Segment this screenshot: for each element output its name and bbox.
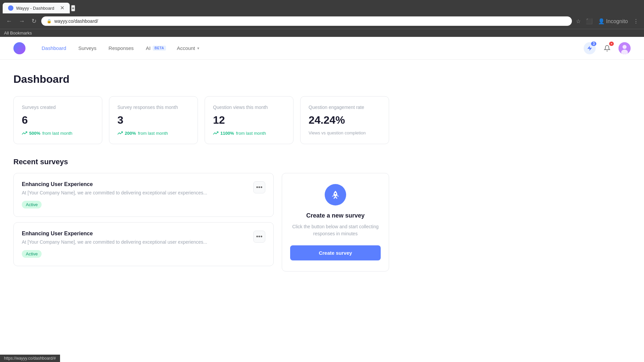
trend-up-icon-1 <box>22 130 27 136</box>
stat-card-surveys-created: Surveys created 6 500% from last month <box>13 96 102 144</box>
status-bar-url: https://wayyy.co/dashboard/# <box>4 356 56 361</box>
stat-change-text-3: from last month <box>236 131 266 136</box>
browser-nav: ← → ↻ 🔒 wayyy.co/dashboard/ ☆ ⬛ 👤 Incogn… <box>0 13 644 29</box>
new-tab-button[interactable]: + <box>71 5 75 11</box>
nav-surveys[interactable]: Surveys <box>73 43 102 54</box>
url-text: wayyy.co/dashboard/ <box>54 18 567 24</box>
stat-change-text-2: from last month <box>138 131 168 136</box>
avatar-image <box>619 42 631 54</box>
stat-change-pct-1: 500% <box>29 131 40 136</box>
extension-button[interactable]: ⬛ <box>585 17 594 26</box>
app: Dashboard Surveys Responses AI BETA Acco… <box>0 37 644 362</box>
lock-icon: 🔒 <box>47 19 52 23</box>
survey-name-2: Enhancing User Experience <box>22 231 253 237</box>
avatar[interactable] <box>619 42 631 54</box>
stat-change-pct-2: 200% <box>125 131 136 136</box>
survey-card-header-1: Enhancing User Experience At [Your Compa… <box>22 181 265 208</box>
create-panel-title: Create a new survey <box>306 212 365 219</box>
survey-more-button-1[interactable]: ••• <box>253 181 265 193</box>
stat-label-1: Surveys created <box>22 105 94 110</box>
create-survey-button[interactable]: Create survey <box>290 245 381 260</box>
survey-name-1: Enhancing User Experience <box>22 181 253 187</box>
stat-note-4: Views vs question completion <box>309 130 381 135</box>
stat-change-3: 1100% from last month <box>213 130 285 136</box>
logo[interactable] <box>13 42 25 54</box>
bookmarks-bar: All Bookmarks <box>0 29 644 37</box>
tab-close-button[interactable]: ✕ <box>60 5 64 11</box>
recent-surveys-title: Recent surveys <box>13 158 389 166</box>
stat-card-engagement: Question engagement rate 24.24% Views vs… <box>300 96 389 144</box>
create-survey-panel: Create a new survey Click the button bel… <box>282 173 389 272</box>
stat-change-pct-3: 1100% <box>220 131 234 136</box>
stats-grid: Surveys created 6 500% from last month S… <box>13 96 389 144</box>
survey-card-header-2: Enhancing User Experience At [Your Compa… <box>22 231 265 258</box>
survey-desc-2: At [Your Company Name], we are committed… <box>22 239 253 245</box>
survey-card-body-2: Enhancing User Experience At [Your Compa… <box>22 231 253 258</box>
nav-actions: ☆ ⬛ 👤 Incognito ⋮ <box>575 17 640 26</box>
survey-desc-1: At [Your Company Name], we are committed… <box>22 190 253 195</box>
stat-card-responses: Survey responses this month 3 200% from … <box>109 96 198 144</box>
create-panel-desc: Click the button below and start collect… <box>290 223 381 237</box>
rocket-icon <box>331 190 340 199</box>
surveys-layout: Enhancing User Experience At [Your Compa… <box>13 173 389 272</box>
trend-up-icon-2 <box>117 130 123 136</box>
nav-right: 3 • <box>584 42 631 54</box>
stat-change-text-1: from last month <box>42 131 72 136</box>
bell-icon <box>604 45 610 52</box>
tab-favicon <box>8 5 13 11</box>
survey-card-2: Enhancing User Experience At [Your Compa… <box>13 222 274 266</box>
survey-list: Enhancing User Experience At [Your Compa… <box>13 173 274 272</box>
stat-card-views: Question views this month 12 1100% from … <box>205 96 293 144</box>
bookmark-button[interactable]: ☆ <box>575 17 582 26</box>
stat-value-4: 24.24% <box>309 114 381 126</box>
back-button[interactable]: ← <box>4 16 14 26</box>
survey-status-1: Active <box>22 201 42 208</box>
nav-ai-label: AI <box>146 45 151 51</box>
address-bar[interactable]: 🔒 wayyy.co/dashboard/ <box>41 16 572 26</box>
nav-dashboard[interactable]: Dashboard <box>36 43 71 54</box>
main-content: Dashboard Surveys created 6 500% from la… <box>0 60 402 292</box>
bell-notification-badge: • <box>609 42 614 46</box>
bookmarks-label: All Bookmarks <box>4 31 32 36</box>
bell-icon-btn[interactable]: • <box>601 42 613 54</box>
profile-button[interactable]: 👤 Incognito <box>597 17 629 26</box>
stat-label-2: Survey responses this month <box>117 105 190 110</box>
active-tab[interactable]: Wayyy - Dashboard ✕ <box>3 3 70 13</box>
nav-count-badge: 3 <box>591 42 596 46</box>
tab-bar: Wayyy - Dashboard ✕ + <box>0 0 644 13</box>
stat-change-2: 200% from last month <box>117 130 190 136</box>
stat-change-1: 500% from last month <box>22 130 94 136</box>
trend-up-icon-3 <box>213 130 218 136</box>
navbar: Dashboard Surveys Responses AI BETA Acco… <box>0 37 644 60</box>
survey-card-body-1: Enhancing User Experience At [Your Compa… <box>22 181 253 208</box>
ai-beta-badge: BETA <box>153 46 166 51</box>
more-dots-icon-2: ••• <box>256 233 263 240</box>
reload-button[interactable]: ↻ <box>30 16 39 26</box>
lightning-icon <box>587 45 593 51</box>
rocket-icon-wrapper <box>325 184 346 205</box>
menu-button[interactable]: ⋮ <box>632 17 640 26</box>
stat-value-3: 12 <box>213 114 285 126</box>
browser-chrome: Wayyy - Dashboard ✕ + ← → ↻ 🔒 wayyy.co/d… <box>0 0 644 37</box>
survey-more-button-2[interactable]: ••• <box>253 231 265 243</box>
page-title: Dashboard <box>13 73 389 85</box>
nav-account-label: Account <box>177 45 195 51</box>
forward-button[interactable]: → <box>17 16 27 26</box>
survey-card-1: Enhancing User Experience At [Your Compa… <box>13 173 274 217</box>
stat-value-1: 6 <box>22 114 94 126</box>
notifications-icon-btn[interactable]: 3 <box>584 42 596 54</box>
nav-links: Dashboard Surveys Responses AI BETA Acco… <box>36 43 584 54</box>
status-bar: https://wayyy.co/dashboard/# <box>0 355 60 362</box>
svg-point-1 <box>623 45 627 49</box>
survey-status-2: Active <box>22 250 42 258</box>
nav-ai[interactable]: AI BETA <box>141 43 172 54</box>
stat-label-3: Question views this month <box>213 105 285 110</box>
nav-account[interactable]: Account ▾ <box>173 43 203 54</box>
chevron-down-icon: ▾ <box>197 46 199 51</box>
more-dots-icon-1: ••• <box>256 184 263 191</box>
tab-title: Wayyy - Dashboard <box>16 6 54 11</box>
stat-label-4: Question engagement rate <box>309 105 381 110</box>
nav-responses[interactable]: Responses <box>103 43 139 54</box>
stat-value-2: 3 <box>117 114 190 126</box>
